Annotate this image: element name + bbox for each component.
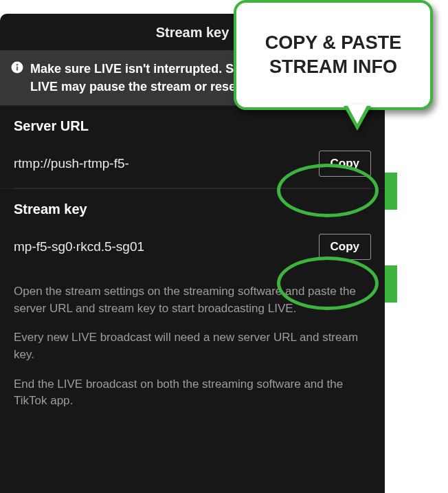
highlight-bar-1 — [385, 173, 397, 210]
svg-rect-2 — [16, 67, 18, 71]
instructions-block: Open the stream settings on the streamin… — [0, 283, 385, 410]
server-url-label: Server URL — [14, 118, 371, 134]
stream-key-section: Stream key mp-f5-sg0·rkcd.5-sg01 Copy — [0, 188, 385, 271]
annotation-callout: COPY & PASTE STREAM INFO — [234, 0, 433, 110]
stream-key-label: Stream key — [14, 201, 371, 217]
callout-text: COPY & PASTE STREAM INFO — [236, 31, 430, 79]
svg-point-1 — [16, 64, 19, 66]
highlight-bar-2 — [385, 265, 397, 303]
server-url-value: rtmp://push-rtmp-f5- — [14, 156, 129, 171]
stream-key-value: mp-f5-sg0·rkcd.5-sg01 — [14, 239, 144, 254]
copy-stream-key-button[interactable]: Copy — [319, 234, 372, 260]
info-icon — [11, 60, 23, 76]
copy-server-url-button[interactable]: Copy — [319, 151, 372, 177]
instruction-3: End the LIVE broadcast on both the strea… — [14, 376, 371, 410]
instruction-1: Open the stream settings on the streamin… — [14, 283, 371, 317]
instruction-2: Every new LIVE broadcast will need a new… — [14, 329, 371, 363]
server-url-section: Server URL rtmp://push-rtmp-f5- Copy — [0, 105, 385, 188]
